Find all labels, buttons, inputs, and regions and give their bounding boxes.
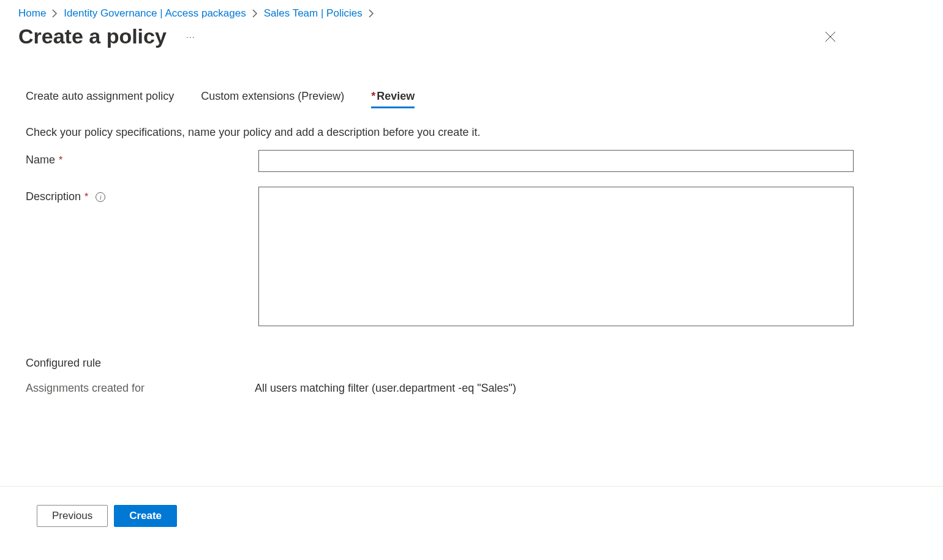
breadcrumb: Home Identity Governance | Access packag… [0, 0, 943, 24]
tab-create-auto-assignment[interactable]: Create auto assignment policy [26, 90, 174, 108]
more-icon[interactable]: ··· [184, 30, 198, 43]
instruction-text: Check your policy specifications, name y… [26, 126, 917, 139]
tab-label: Custom extensions (Preview) [201, 90, 344, 102]
tabs: Create auto assignment policy Custom ext… [26, 90, 917, 108]
description-row: Description * i [26, 187, 917, 326]
info-icon[interactable]: i [96, 192, 105, 202]
breadcrumb-home[interactable]: Home [18, 7, 46, 20]
assignments-label: Assignments created for [26, 382, 255, 395]
tab-label: Review [377, 90, 415, 102]
chevron-right-icon [52, 9, 58, 18]
chevron-right-icon [369, 9, 374, 18]
name-input[interactable] [258, 150, 854, 172]
tab-label: Create auto assignment policy [26, 90, 174, 102]
configured-rule-title: Configured rule [26, 357, 917, 370]
assignments-value: All users matching filter (user.departme… [255, 382, 516, 395]
header-row: Create a policy ··· [0, 24, 943, 53]
footer: Previous Create [0, 486, 943, 527]
description-label: Description * i [26, 187, 258, 203]
tab-review[interactable]: *Review [371, 90, 415, 108]
create-button[interactable]: Create [114, 505, 177, 527]
content: Create auto assignment policy Custom ext… [0, 53, 943, 395]
required-indicator: * [371, 90, 375, 102]
name-label: Name * [26, 150, 258, 166]
description-label-text: Description [26, 190, 81, 203]
breadcrumb-sales-team-policies[interactable]: Sales Team | Policies [264, 7, 363, 20]
chevron-right-icon [252, 9, 258, 18]
name-row: Name * [26, 150, 917, 172]
description-input[interactable] [258, 187, 854, 326]
required-indicator: * [85, 192, 88, 202]
required-indicator: * [59, 155, 62, 165]
close-icon[interactable] [822, 28, 839, 45]
previous-button[interactable]: Previous [37, 505, 108, 527]
page-title: Create a policy [18, 24, 167, 48]
assignments-row: Assignments created for All users matchi… [26, 382, 917, 395]
tab-custom-extensions[interactable]: Custom extensions (Preview) [201, 90, 344, 108]
name-label-text: Name [26, 154, 55, 166]
breadcrumb-identity-governance[interactable]: Identity Governance | Access packages [64, 7, 246, 20]
